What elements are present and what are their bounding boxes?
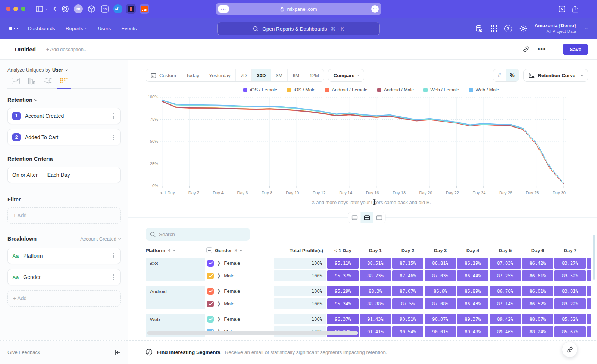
nav-users[interactable]: Users (98, 26, 111, 31)
kebab-menu-icon[interactable] (112, 251, 116, 261)
legend-item[interactable]: iOS / Male (287, 87, 315, 93)
retention-criteria-card[interactable]: On or After Each Day (7, 167, 121, 183)
retention-step-b[interactable]: 2 Added To Cart (7, 129, 121, 145)
breakdown-property-name[interactable]: Gender (23, 274, 41, 280)
save-button[interactable]: Save (563, 44, 588, 55)
vertical-scrollbar[interactable] (593, 235, 595, 280)
browser-back-icon[interactable] (53, 6, 57, 12)
platform-cell[interactable]: Android (146, 286, 205, 309)
unit-percent-button[interactable]: % (506, 69, 519, 81)
date-range-6m[interactable]: 6M (288, 69, 304, 81)
report-description-placeholder[interactable]: + Add description... (46, 47, 88, 52)
window-minimize-button[interactable] (13, 7, 18, 11)
share-report-fab[interactable] (562, 342, 578, 357)
settings-gear-icon[interactable] (519, 25, 527, 32)
nav-events[interactable]: Events (121, 26, 137, 31)
kebab-menu-icon[interactable] (112, 112, 116, 121)
app-icon-cube[interactable] (87, 4, 96, 14)
layout-table-only-button[interactable] (373, 212, 385, 223)
app-icon-target[interactable] (60, 4, 70, 14)
chart-type-dropdown[interactable]: Retention Curve (523, 69, 588, 82)
step-event-name[interactable]: Account Created (25, 113, 64, 119)
help-icon[interactable]: ? (504, 25, 512, 32)
collapse-sidebar-icon[interactable] (115, 350, 121, 355)
mixpanel-logo[interactable] (9, 27, 18, 30)
layout-chart-only-button[interactable] (348, 212, 361, 223)
column-day-header[interactable]: Day 3 (425, 248, 456, 253)
give-feedback-link[interactable]: Give Feedback (7, 349, 40, 355)
copy-link-icon[interactable] (523, 46, 529, 53)
date-range-3m[interactable]: 3M (271, 69, 288, 81)
criteria-condition-dropdown[interactable]: On or After (12, 172, 38, 178)
series-checkbox-checked[interactable] (207, 288, 214, 295)
legend-item[interactable]: Android / Male (377, 87, 414, 93)
retention-section-label[interactable]: Retention (7, 97, 32, 103)
kebab-menu-icon[interactable] (112, 133, 116, 142)
project-switcher[interactable]: Amazonia {Demo} All Project Data (535, 23, 576, 34)
app-icon-bird[interactable] (113, 4, 122, 13)
column-day-header[interactable]: Day 5 (490, 248, 521, 253)
horizontal-scrollbar[interactable] (147, 331, 358, 335)
tab-retention-active[interactable] (56, 77, 72, 85)
column-day-header[interactable]: Day 2 (392, 248, 423, 253)
apps-grid-icon[interactable] (491, 25, 497, 32)
expand-chevron-icon[interactable]: ❯ (217, 301, 220, 306)
url-more-icon[interactable]: ••• (371, 5, 379, 13)
select-all-checkbox-indeterminate[interactable] (206, 247, 212, 253)
app-icon-js[interactable]: JS (100, 4, 110, 14)
date-range-today[interactable]: Today (181, 69, 204, 81)
nav-dashboards[interactable]: Dashboards (28, 26, 55, 31)
column-day-header[interactable]: < 1 Day (327, 248, 359, 253)
date-range-12m[interactable]: 12M (304, 69, 323, 81)
series-checkbox-checked[interactable] (207, 301, 214, 307)
date-range-custom[interactable]: Custom (146, 69, 181, 81)
column-platform[interactable]: Platform 4 (146, 248, 205, 253)
criteria-interval-dropdown[interactable]: Each Day (47, 172, 70, 178)
column-day-header[interactable]: Day 1 (360, 248, 391, 253)
legend-item[interactable]: iOS / Female (243, 87, 277, 93)
browser-url-bar[interactable]: ••• mixpanel.com ••• (216, 3, 381, 15)
breakdown-add-button[interactable]: + Add (7, 290, 121, 307)
expand-chevron-icon[interactable]: ❯ (217, 316, 220, 321)
breakdown-gender[interactable]: Aa Gender (7, 269, 121, 285)
breakdown-property-name[interactable]: Platform (23, 253, 43, 259)
table-search-input[interactable] (159, 232, 234, 237)
date-range-yesterday[interactable]: Yesterday (204, 69, 236, 81)
browser-sidebar-toggle-icon[interactable] (36, 6, 48, 12)
data-management-icon[interactable] (475, 25, 483, 33)
analyze-entity-dropdown[interactable]: User (52, 67, 63, 73)
new-tab-icon[interactable] (585, 6, 591, 12)
platform-cell[interactable]: iOS (146, 258, 205, 281)
gender-cell[interactable]: ❯Male (206, 298, 273, 309)
column-day-header[interactable]: Day 6 (522, 248, 553, 253)
app-icon-avatar-m[interactable]: m (74, 4, 83, 13)
tab-funnels[interactable] (24, 77, 40, 85)
nav-reports[interactable]: Reports (66, 26, 87, 31)
legend-item[interactable]: Web / Male (469, 87, 499, 93)
compare-button[interactable]: Compare (328, 69, 364, 82)
unit-count-button[interactable]: # (493, 69, 506, 81)
column-total-profiles[interactable]: Total Profile(s) (274, 248, 326, 253)
window-close-button[interactable] (6, 7, 10, 11)
report-title[interactable]: Untitled (15, 46, 36, 53)
notion-extension-icon[interactable]: N (559, 6, 565, 12)
table-search[interactable] (146, 228, 250, 241)
series-checkbox-checked[interactable] (207, 273, 214, 279)
series-checkbox-checked[interactable] (207, 316, 214, 323)
global-search[interactable]: Open Reports & Dashboards ⌘ + K (217, 22, 380, 35)
filter-add-button[interactable]: + Add (7, 207, 121, 224)
column-day-header[interactable]: Day 7 (554, 248, 586, 253)
expand-chevron-icon[interactable]: ❯ (217, 273, 220, 278)
column-day-header[interactable]: Day 4 (457, 248, 488, 253)
gender-cell[interactable]: ❯Female (206, 314, 273, 324)
legend-item[interactable]: Web / Female (423, 87, 459, 93)
kebab-menu-icon[interactable] (112, 273, 116, 282)
app-icon-mixpanel-active[interactable] (126, 4, 136, 14)
window-zoom-button[interactable] (21, 7, 25, 11)
date-range-30d-active[interactable]: 30D (252, 69, 271, 81)
gender-cell[interactable]: ❯Male (206, 270, 273, 281)
app-icon-soundcloud[interactable] (140, 4, 149, 14)
more-actions-icon[interactable]: ••• (538, 46, 546, 53)
expand-chevron-icon[interactable]: ❯ (217, 288, 220, 294)
gender-cell[interactable]: ❯Female (206, 258, 273, 269)
